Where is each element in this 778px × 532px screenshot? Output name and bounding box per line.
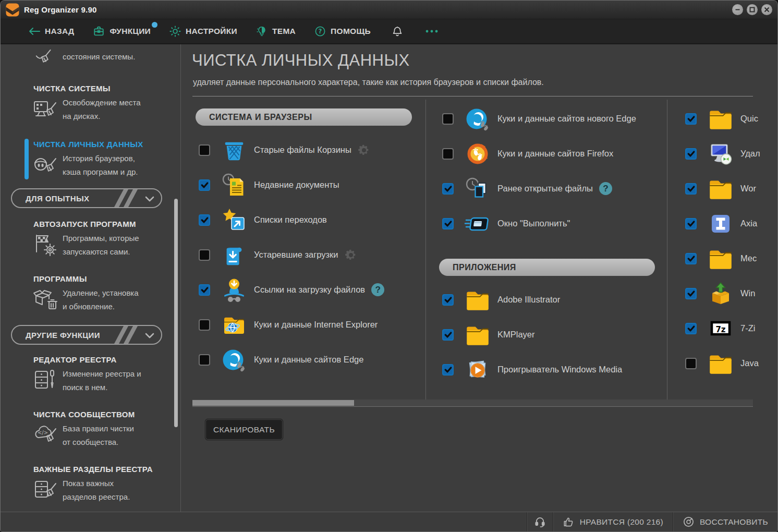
cleanup-item-row[interactable]: Куки и данные сайтов Edge [192, 342, 426, 377]
nav-help[interactable]: ? ПОМОЩЬ [314, 26, 371, 37]
sidebar-group-toggle[interactable]: ДРУГИЕ ФУНКЦИИ [11, 325, 162, 345]
nav-settings[interactable]: НАСТРОЙКИ [169, 26, 237, 37]
cleanup-item-row[interactable]: Недавние документы [192, 167, 426, 202]
sidebar-item-desc: Изменение реестра ипоиск в нем. [63, 367, 141, 394]
checkbox[interactable] [685, 253, 697, 264]
minimize-button[interactable] [732, 4, 743, 15]
nav-functions[interactable]: ФУНКЦИИ [93, 26, 151, 37]
checkbox[interactable] [199, 144, 210, 156]
remote-pc-icon [701, 141, 740, 166]
folder-icon [458, 288, 497, 312]
cleanup-item-row[interactable]: Куки и данные Internet Explorer [192, 307, 426, 342]
wmp-icon [458, 357, 497, 382]
main-panel: ЧИСТКА ЛИЧНЫХ ДАННЫХ удаляет данные перс… [181, 44, 777, 512]
horizontal-scrollbar-thumb[interactable] [192, 400, 354, 406]
sidebar-item[interactable]: ВАЖНЫЕ РАЗДЕЛЫ РЕЕСТРАПоказ важныхраздел… [1, 465, 174, 504]
sidebar-item-title: ЧИСТКА СИСТЕМЫ [33, 84, 174, 93]
cleanup-item-row[interactable]: Ранее открытые файлы? [426, 171, 667, 206]
cleanup-item-row[interactable]: Старые файлы Корзины [192, 132, 426, 167]
sidebar-item-title: ВАЖНЫЕ РАЗДЕЛЫ РЕЕСТРА [33, 465, 174, 474]
item-help-icon[interactable]: ? [371, 283, 384, 296]
checkbox[interactable] [199, 319, 210, 331]
cleanup-item-row[interactable]: Удал [667, 136, 777, 171]
item-help-icon[interactable]: ? [599, 182, 612, 195]
nav-more[interactable] [425, 29, 439, 33]
cleanup-item-row[interactable]: Устаревшие загрузки [192, 237, 426, 272]
svg-text:?: ? [319, 28, 322, 35]
sidebar-item[interactable]: ПРОГРАММЫУдаление, установкаи обновление… [1, 274, 174, 314]
cleanup-item-row[interactable]: Win [667, 276, 777, 311]
item-settings-gear-icon[interactable] [358, 144, 370, 156]
checkbox[interactable] [442, 183, 454, 195]
scan-button[interactable]: СКАНИРОВАТЬ [205, 419, 283, 440]
sidebar-item[interactable]: АВТОЗАПУСК ПРОГРАММПрограммы, которыезап… [1, 220, 174, 259]
sidebar-item[interactable]: РЕДАКТОР РЕЕСТРАИзменение реестра ипоиск… [1, 355, 174, 395]
cleanup-item-row[interactable]: Java [667, 346, 777, 381]
like-button[interactable]: НРАВИТСЯ (200 216) [553, 512, 673, 531]
cleanup-item-row[interactable]: Окно "Выполнить" [426, 206, 667, 241]
nav-theme[interactable]: ТЕМА [256, 26, 296, 37]
sidebar-item[interactable]: ЧИСТКА СООБЩЕСТВОМ</>База правил чисткио… [1, 410, 174, 450]
folder-icon [701, 177, 740, 201]
checkbox[interactable] [685, 358, 697, 369]
cleanup-item-row[interactable]: Куки и данные сайтов нового Edge [426, 101, 667, 136]
svg-text:</>: </> [38, 430, 48, 436]
cleanup-item-row[interactable]: Ссылки на загрузку файлов? [192, 272, 426, 307]
checkbox[interactable] [685, 288, 697, 299]
broom-icon [32, 50, 59, 70]
checkbox[interactable] [442, 294, 454, 306]
checkbox[interactable] [685, 113, 697, 125]
cleanup-item-row[interactable]: Куки и данные сайтов Firefox [426, 136, 667, 171]
folder-icon [701, 247, 740, 271]
checkbox[interactable] [199, 354, 210, 366]
content-column-3: QuicУдалWorAxiaMecWin7z7-ZiJava [667, 100, 777, 406]
question-circle-icon: ? [314, 26, 326, 37]
window-title: Reg Organizer 9.90 [24, 5, 97, 14]
item-settings-gear-icon[interactable] [345, 249, 357, 261]
sidebar-item[interactable]: ЧИСТКА ЛИЧНЫХ ДАННЫХИстория браузеров,кэ… [1, 140, 174, 179]
checkbox[interactable] [685, 323, 697, 334]
bell-icon [392, 26, 403, 38]
sidebar-group-toggle[interactable]: ДЛЯ ОПЫТНЫХ [11, 188, 162, 208]
checkbox[interactable] [199, 179, 210, 191]
checkbox[interactable] [199, 249, 210, 261]
cleanup-item-label: Списки переходов [254, 215, 327, 225]
sidebar-item[interactable]: состояния системы. [1, 50, 174, 70]
maximize-button[interactable] [747, 4, 758, 15]
cleanup-item-label: Ссылки на загрузку файлов [254, 285, 365, 295]
checkbox[interactable] [442, 113, 454, 125]
checkbox[interactable] [685, 183, 697, 195]
checkbox[interactable] [685, 218, 697, 229]
cleanup-item-row[interactable]: Списки переходов [192, 202, 426, 237]
content-bottom-border [192, 406, 753, 407]
checkbox[interactable] [685, 148, 697, 160]
close-button[interactable] [761, 4, 772, 15]
support-button[interactable] [527, 512, 553, 531]
checkbox[interactable] [442, 329, 454, 341]
cleanup-item-row[interactable]: 7z7-Zi [667, 311, 777, 346]
header-divider [192, 96, 753, 96]
checkbox[interactable] [199, 214, 210, 226]
sidebar-item-title: ЧИСТКА СООБЩЕСТВОМ [33, 410, 174, 419]
cleanup-item-label: Окно "Выполнить" [497, 219, 570, 228]
sidebar-item[interactable]: ЧИСТКА СИСТЕМЫОсвобождение местана диска… [1, 84, 174, 124]
checkbox[interactable] [442, 364, 454, 376]
cleanup-item-row[interactable]: Adobe Illustrator [426, 282, 667, 317]
nav-back-label: НАЗАД [45, 27, 74, 36]
cleanup-item-row[interactable]: Quic [667, 101, 777, 136]
horizontal-scrollbar[interactable] [192, 400, 753, 406]
cleanup-item-row[interactable]: Проигрыватель Windows Media [426, 352, 667, 387]
sidebar-scrollbar[interactable] [174, 199, 178, 427]
checkbox[interactable] [442, 218, 454, 229]
checkbox[interactable] [442, 148, 454, 160]
cleanup-item-row[interactable]: Wor [667, 171, 777, 206]
nav-back[interactable]: НАЗАД [29, 27, 74, 36]
status-bar: НРАВИТСЯ (200 216) ВОССТАНОВИТЬ [1, 512, 777, 531]
cleanup-item-label: Java [740, 358, 759, 368]
cleanup-item-row[interactable]: KMPlayer [426, 317, 667, 352]
restore-button[interactable]: ВОССТАНОВИТЬ [673, 512, 777, 531]
cleanup-item-row[interactable]: Axia [667, 206, 777, 241]
cleanup-item-row[interactable]: Mec [667, 241, 777, 276]
nav-notifications[interactable] [392, 26, 403, 38]
checkbox[interactable] [199, 284, 210, 296]
